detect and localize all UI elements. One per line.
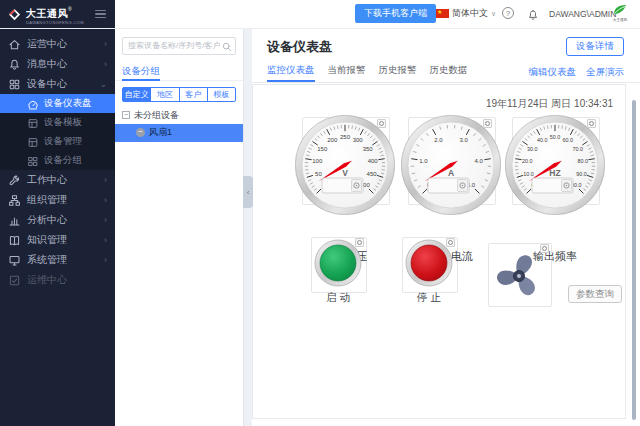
search-input[interactable] [122,37,236,55]
filter-customer[interactable]: 客户 [179,87,208,102]
sidebar-nav: 运营中心›消息中心›设备中心⌄设备仪表盘设备模板设备管理设备分组工作中心›组织管… [0,28,115,426]
widget-settings-icon[interactable] [355,238,364,247]
sidebar-item-device-dashboard[interactable]: 设备仪表盘 [0,94,115,113]
china-flag-icon: ★ [436,9,449,18]
brand-mini-icon [612,4,628,15]
svg-text:90.0: 90.0 [576,171,587,177]
sidebar-item-analysis-center[interactable]: 分析中心› [0,210,115,230]
sidebar-item-label: 运营中心 [27,37,67,51]
brand-mini-text: 大王通风 [610,18,630,22]
content-tabs: 监控仪表盘当前报警历史报警历史数据 [267,61,481,82]
filter-custom[interactable]: 自定义 [122,87,151,102]
chevron-right-icon: › [104,195,107,205]
help-icon[interactable]: ? [502,7,514,19]
tab-history-alarm[interactable]: 历史报警 [379,61,417,82]
sidebar-item-message-center[interactable]: 消息中心› [0,54,115,74]
svg-text:50.0: 50.0 [550,134,561,140]
manage-icon [27,136,39,148]
svg-text:10.0: 10.0 [523,171,534,177]
device-search [122,34,236,55]
bell-icon [8,58,21,71]
collapse-minus-icon[interactable]: − [122,111,130,119]
sidebar-item-label: 设备仪表盘 [44,97,92,110]
dashboard-clock: 19年11月24日 周日 10:34:31 [486,97,613,111]
home-icon [8,38,21,51]
svg-text:2.0: 2.0 [434,137,443,143]
device-tree-panel: 设备分组 自定义地区客户模板 − 未分组设备 − 风扇1 ‹ [115,28,244,426]
svg-text:4.0: 4.0 [475,158,484,164]
sidebar-item-device-template[interactable]: 设备模板 [0,113,115,132]
page-title: 设备仪表盘 [267,38,332,56]
sidebar-item-device-management[interactable]: 设备管理 [0,132,115,151]
chevron-right-icon: › [104,235,107,245]
current-user-label[interactable]: DAWANG\ADMIN [549,9,616,19]
notification-bell-icon[interactable] [527,7,539,25]
svg-text:450: 450 [367,171,378,177]
tree-node-device[interactable]: − 风扇1 [115,124,243,142]
parameter-query-button[interactable]: 参数查询 [568,285,622,303]
panel-collapse-handle[interactable]: ‹ [243,176,253,208]
tree-group-label: 未分组设备 [134,109,179,122]
svg-text:1.0: 1.0 [419,158,428,164]
tab-current-alarm[interactable]: 当前报警 [328,61,366,82]
sidebar-item-label: 消息中心 [27,57,67,71]
tree-node-ungrouped[interactable]: − 未分组设备 [115,107,243,124]
sidebar-submenu-device-center: 设备仪表盘设备模板设备管理设备分组 [0,94,115,170]
template-icon [27,117,39,129]
top-bar: 大王通风® DAWANGTONGFENG.COM 下载手机客户端 ★ 简体中文 … [0,0,640,29]
sidebar-item-system-management[interactable]: 系统管理› [0,250,115,270]
sidebar-item-label: 运维中心 [27,273,67,287]
app-window: 大王通风® DAWANGTONGFENG.COM 下载手机客户端 ★ 简体中文 … [0,0,640,426]
header-links: 编辑仪表盘全屏演示 [529,62,625,82]
svg-text:30.0: 30.0 [527,146,538,152]
tab-device-group-label: 设备分组 [122,63,160,81]
widget-settings-icon[interactable] [587,119,596,128]
chevron-expanded-icon: ⌄ [99,79,107,89]
ops-icon [8,274,21,287]
svg-text:3.0: 3.0 [460,137,469,143]
book-icon [8,234,21,247]
fullscreen-demo-link[interactable]: 全屏演示 [586,62,624,82]
sidebar-collapse-icon[interactable] [95,10,106,19]
tab-history-data[interactable]: 历史数据 [430,61,468,82]
sidebar-item-work-center[interactable]: 工作中心› [0,170,115,190]
edit-dashboard-link[interactable]: 编辑仪表盘 [529,62,577,82]
gauge-dial: 0.01.02.03.04.05.0A [401,115,501,215]
svg-text:A: A [448,168,454,178]
widget-settings-icon[interactable] [483,119,492,128]
search-icon[interactable] [222,38,232,56]
chart-icon [8,214,21,227]
widget-settings-icon[interactable] [540,244,549,253]
chevron-right-icon: › [104,215,107,225]
tree-device-label: 风扇1 [149,126,172,139]
filter-template[interactable]: 模板 [207,87,236,102]
device-detail-button[interactable]: 设备详情 [566,37,624,56]
svg-text:100: 100 [312,158,323,164]
filter-region[interactable]: 地区 [150,87,179,102]
sidebar-item-org-management[interactable]: 组织管理› [0,190,115,210]
sidebar-item-device-center[interactable]: 设备中心⌄ [0,74,115,94]
tab-monitor-dashboard[interactable]: 监控仪表盘 [267,61,315,82]
vertical-scrollbar[interactable] [632,100,636,420]
widget-settings-icon[interactable] [377,119,386,128]
svg-text:40.0: 40.0 [537,137,548,143]
stop-button-widget [402,237,456,291]
sidebar-item-operation-center[interactable]: 运营中心› [0,34,115,54]
sidebar-item-label: 系统管理 [27,253,67,267]
svg-text:20.0: 20.0 [522,158,533,164]
svg-text:250: 250 [340,134,351,140]
gauge-widget-3: 0.010.020.030.040.050.060.070.080.090.01… [505,115,605,255]
brand-mini-logo: 大王通风 [609,2,631,22]
main-content: 设备仪表盘 设备详情 监控仪表盘当前报警历史报警历史数据 编辑仪表盘全屏演示 1… [252,28,640,426]
sidebar-item-knowledge-management[interactable]: 知识管理› [0,230,115,250]
sidebar-item-label: 设备管理 [44,135,82,148]
sidebar-item-device-group[interactable]: 设备分组 [0,151,115,170]
wrench-icon [8,174,21,187]
language-selector[interactable]: ★ 简体中文 ∨ [436,7,496,20]
monitor-icon [8,254,21,267]
language-label: 简体中文 [452,7,488,20]
sidebar-item-ops-center[interactable]: 运维中心 [0,270,115,290]
download-app-button[interactable]: 下载手机客户端 [355,4,436,23]
widget-settings-icon[interactable] [446,238,455,247]
tab-device-group[interactable]: 设备分组 [115,60,243,81]
